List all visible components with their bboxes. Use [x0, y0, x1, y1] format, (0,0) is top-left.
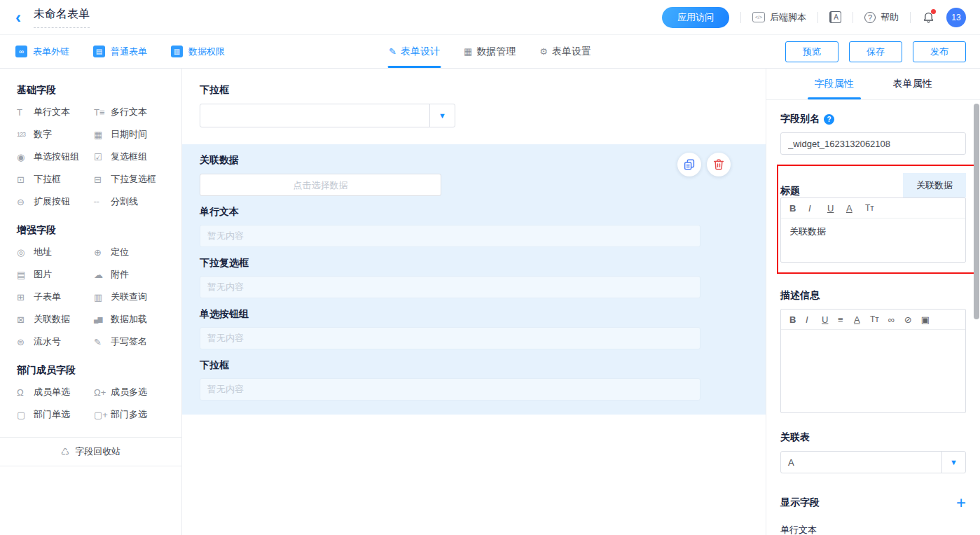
help-label: 帮助 — [881, 11, 899, 24]
sidebar-item-extend-button[interactable]: ⊖扩展按钮 — [17, 190, 94, 213]
font-size-icon[interactable]: Tᴛ — [865, 203, 874, 214]
sidebar-item-multi-line-text[interactable]: T≡多行文本 — [94, 101, 181, 123]
subfield-label: 下拉框 — [200, 359, 748, 372]
data-management-icon: ▦ — [464, 46, 472, 57]
sidebar-item-image[interactable]: ▤图片 — [17, 263, 94, 286]
sidebar-item-datetime[interactable]: ▦日期时间 — [94, 123, 181, 146]
widget-related-data-selected[interactable]: 关联数据 单行文本 暂无内容 下拉复选框 暂无内容 单选按钮组 暂无内容 下拉框… — [182, 144, 766, 415]
tab-field-properties[interactable]: 字段属性 — [815, 69, 854, 99]
dept-multi-icon: ▢+ — [94, 410, 111, 420]
help-icon[interactable]: ? — [824, 114, 834, 125]
normal-form-button[interactable]: ▤ 普通表单 — [93, 46, 147, 58]
scrollbar-thumb[interactable] — [974, 104, 979, 319]
italic-icon[interactable]: I — [806, 314, 813, 325]
sidebar-item-subform[interactable]: ⊞子表单 — [17, 286, 94, 308]
recycle-label: 字段回收站 — [75, 445, 120, 458]
item-label: 分割线 — [111, 195, 138, 208]
mode-label: 普通表单 — [111, 46, 147, 58]
geolocation-icon: ⊕ — [94, 247, 111, 258]
sidebar-item-dept-single[interactable]: ▢部门单选 — [17, 403, 94, 426]
field-recycle-bin-button[interactable]: ♺ 字段回收站 — [0, 437, 181, 466]
delete-widget-button[interactable] — [707, 153, 731, 176]
sidebar-item-select[interactable]: ⊡下拉框 — [17, 168, 94, 190]
sidebar-item-divider-line[interactable]: ╌分割线 — [94, 190, 181, 213]
sidebar-item-number[interactable]: 123数字 — [17, 123, 94, 146]
image-icon: ▤ — [17, 270, 34, 280]
sidebar-item-member-single[interactable]: Ω成员单选 — [17, 381, 94, 403]
glossary-icon[interactable]: A — [829, 11, 841, 23]
sidebar-item-signature[interactable]: ✎手写签名 — [94, 331, 181, 353]
sidebar-item-serial-number[interactable]: ⊜流水号 — [17, 331, 94, 353]
item-label: 数据加载 — [111, 313, 147, 326]
underline-icon[interactable]: U — [822, 314, 829, 325]
backend-script-button[interactable]: </> 后端脚本 — [752, 11, 806, 24]
sidebar-item-dept-multi[interactable]: ▢+部门多选 — [94, 403, 181, 426]
unlink-icon[interactable]: ⊘ — [904, 314, 912, 325]
save-button[interactable]: 保存 — [849, 41, 902, 62]
link-icon[interactable]: ∞ — [888, 314, 895, 325]
form-title[interactable]: 未命名表单 — [34, 7, 90, 28]
title-rich-editor[interactable]: B I U A Tᴛ 关联数据 — [780, 197, 966, 263]
tab-form-properties[interactable]: 表单属性 — [893, 69, 932, 99]
tab-label: 表单设计 — [401, 46, 440, 58]
publish-button[interactable]: 发布 — [913, 41, 966, 62]
dropdown-select[interactable]: ▼ — [200, 104, 455, 127]
description-rich-editor[interactable]: B I U ≡ A Tᴛ ∞ ⊘ ▣ — [780, 309, 966, 413]
add-display-field-button[interactable]: + — [956, 494, 966, 511]
item-label: 流水号 — [34, 335, 61, 348]
title-editor-content[interactable]: 关联数据 — [781, 218, 965, 262]
form-external-link-button[interactable]: ∞ 表单外链 — [15, 46, 69, 58]
avatar[interactable]: 13 — [946, 8, 966, 27]
sidebar-item-data-load[interactable]: ▄▆数据加载 — [94, 308, 181, 331]
tab-form-settings[interactable]: ⚙ 表单设置 — [539, 35, 591, 68]
item-label: 部门多选 — [111, 408, 147, 421]
related-table-select[interactable]: A ▼ — [780, 451, 966, 473]
data-permission-button[interactable]: ▥ 数据权限 — [171, 46, 225, 58]
item-label: 附件 — [111, 268, 129, 281]
sidebar-item-related-query[interactable]: ▥关联查询 — [94, 286, 181, 308]
display-field-item[interactable]: 单行文本 — [780, 524, 966, 535]
sidebar-item-member-multi[interactable]: Ω+成员多选 — [94, 381, 181, 403]
sidebar-item-geolocation[interactable]: ⊕定位 — [94, 241, 181, 263]
font-color-icon[interactable]: A — [846, 203, 853, 214]
sidebar-item-single-line-text[interactable]: T单行文本 — [17, 101, 94, 123]
italic-icon[interactable]: I — [808, 203, 815, 214]
related-data-icon: ⊠ — [17, 314, 34, 325]
item-label: 数字 — [34, 128, 52, 141]
divider — [853, 12, 853, 23]
sidebar-item-checkbox-group[interactable]: ☑复选框组 — [94, 146, 181, 168]
item-label: 关联查询 — [111, 291, 147, 303]
sidebar-item-related-data[interactable]: ⊠关联数据 — [17, 308, 94, 331]
related-data-picker-input[interactable] — [200, 174, 441, 196]
align-icon[interactable]: ≡ — [838, 314, 845, 325]
bold-icon[interactable]: B — [789, 203, 796, 214]
widget-dropdown[interactable]: 下拉框 ▼ — [182, 69, 766, 137]
font-color-icon[interactable]: A — [854, 314, 861, 325]
sidebar-item-address[interactable]: ◎地址 — [17, 241, 94, 263]
font-size-icon[interactable]: Tᴛ — [870, 314, 879, 325]
app-access-button[interactable]: 应用访问 — [662, 7, 729, 28]
signature-icon: ✎ — [94, 337, 111, 347]
description-editor-content[interactable] — [781, 330, 965, 412]
notification-bell-icon[interactable] — [922, 11, 935, 25]
sidebar-item-multi-select[interactable]: ⊟下拉复选框 — [94, 168, 181, 190]
subfield-label: 单选按钮组 — [200, 308, 748, 321]
sidebar-item-radio-group[interactable]: ◉单选按钮组 — [17, 146, 94, 168]
copy-widget-button[interactable] — [677, 153, 701, 176]
preview-button[interactable]: 预览 — [785, 41, 838, 62]
form-canvas[interactable]: 下拉框 ▼ — [182, 69, 766, 535]
title-source-chip[interactable]: 关联数据 — [903, 173, 966, 197]
underline-icon[interactable]: U — [827, 203, 834, 214]
help-button[interactable]: ? 帮助 — [864, 11, 899, 24]
insert-image-icon[interactable]: ▣ — [921, 314, 930, 325]
field-alias-input[interactable] — [780, 132, 966, 155]
tab-form-design[interactable]: ✎ 表单设计 — [389, 35, 440, 68]
description-label: 描述信息 — [780, 289, 966, 302]
link-icon: ∞ — [15, 46, 27, 57]
back-icon[interactable]: ‹ — [15, 9, 21, 26]
sidebar-item-attachment[interactable]: ☁附件 — [94, 263, 181, 286]
form-toolbar: ∞ 表单外链 ▤ 普通表单 ▥ 数据权限 ✎ 表单设计 ▦ 数据管理 ⚙ 表单设… — [0, 35, 980, 69]
item-label: 单选按钮组 — [34, 151, 79, 163]
bold-icon[interactable]: B — [789, 314, 796, 325]
tab-data-management[interactable]: ▦ 数据管理 — [464, 35, 516, 68]
